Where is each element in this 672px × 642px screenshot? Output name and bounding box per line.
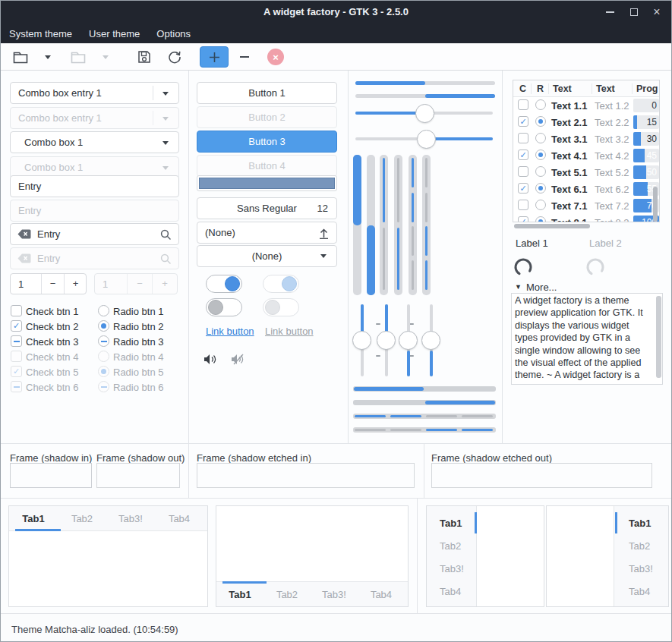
- row-checkbox[interactable]: [518, 166, 528, 177]
- search-icon[interactable]: [160, 229, 172, 241]
- row-radio[interactable]: [535, 216, 546, 222]
- radio-label[interactable]: Radio btn 1: [113, 306, 164, 317]
- column-header-text1[interactable]: Text: [553, 83, 572, 94]
- tab-tab3[interactable]: Tab3!: [427, 557, 476, 580]
- column-header-c[interactable]: C: [519, 83, 526, 94]
- tab-tab4[interactable]: Tab4: [155, 506, 203, 530]
- tab-tab1[interactable]: Tab1: [614, 511, 668, 534]
- remove-button[interactable]: [236, 43, 253, 71]
- tab-tab1[interactable]: Tab1: [216, 582, 263, 606]
- check-label[interactable]: Check btn 2: [26, 321, 78, 332]
- entry-field-disabled[interactable]: [10, 200, 179, 222]
- combo-box-entry[interactable]: Combo box entry 1: [10, 82, 179, 104]
- column-header-progress[interactable]: Prog: [636, 83, 658, 94]
- button-1[interactable]: Button 1: [197, 82, 337, 104]
- spin-plus-button[interactable]: +: [65, 278, 87, 289]
- row-checkbox[interactable]: ✓: [518, 116, 528, 127]
- tab-tab1[interactable]: Tab1: [427, 511, 476, 534]
- combo-box[interactable]: Combo box 1: [10, 131, 179, 153]
- tab-tab2[interactable]: Tab2: [58, 506, 106, 530]
- search-entry[interactable]: Entry: [10, 223, 179, 245]
- menu-options[interactable]: Options: [148, 25, 199, 42]
- table-row[interactable]: Text 5.1Text 5.2 50: [513, 164, 659, 181]
- font-button[interactable]: Sans Regular 12: [197, 197, 337, 219]
- row-checkbox[interactable]: [518, 99, 528, 110]
- row-checkbox[interactable]: ✓: [518, 183, 528, 194]
- clear-icon[interactable]: [17, 229, 31, 239]
- row-radio[interactable]: [535, 200, 546, 210]
- checkbox-checked[interactable]: ✓: [11, 320, 22, 332]
- folder-button-disabled[interactable]: [68, 43, 89, 71]
- check-label[interactable]: Check btn 3: [26, 336, 78, 348]
- button-3-suggested[interactable]: Button 3: [197, 131, 337, 153]
- hscale-knob[interactable]: [417, 130, 436, 149]
- row-radio[interactable]: [535, 133, 546, 143]
- vscale-knob[interactable]: [377, 331, 396, 350]
- tab-tab3[interactable]: Tab3!: [614, 557, 668, 580]
- row-checkbox[interactable]: [518, 200, 528, 210]
- menu-system-theme[interactable]: System theme: [1, 25, 80, 42]
- row-radio[interactable]: [535, 99, 546, 110]
- row-radio[interactable]: [535, 149, 546, 160]
- spin-minus-button[interactable]: −: [42, 278, 64, 289]
- column-header-text2[interactable]: Text: [596, 83, 615, 94]
- radio-selected[interactable]: [98, 320, 109, 332]
- maximize-button[interactable]: [624, 1, 644, 24]
- table-row[interactable]: ✓ Text 8.1Text 8.2 100: [513, 214, 659, 222]
- row-checkbox[interactable]: ✓: [518, 216, 528, 222]
- table-row[interactable]: ✓ Text 2.1Text 2.2 15: [513, 114, 659, 131]
- titlebar[interactable]: A widget factory - GTK 3 - 2.5.0 ×: [1, 1, 671, 24]
- table-row[interactable]: ✓ Text 6.1Text 6.2 55: [513, 181, 659, 197]
- radio-indeterminate[interactable]: [98, 335, 109, 347]
- minimize-button[interactable]: [600, 1, 620, 24]
- radio-label[interactable]: Radio btn 2: [113, 321, 164, 332]
- spin-button-disabled[interactable]: 1 − +: [94, 273, 178, 294]
- delete-button-disabled[interactable]: ×: [265, 43, 286, 71]
- tab-tab2[interactable]: Tab2: [263, 582, 311, 606]
- entry-field[interactable]: [10, 175, 179, 197]
- row-radio[interactable]: [535, 166, 546, 177]
- combo-none[interactable]: (None): [197, 245, 337, 267]
- table-row[interactable]: Text 3.1Text 3.2 30: [513, 131, 659, 147]
- expander-arrow-icon[interactable]: ▼: [515, 283, 522, 291]
- add-button[interactable]: [200, 46, 229, 68]
- expander-label[interactable]: More...: [526, 282, 557, 293]
- tab-tab4[interactable]: Tab4: [614, 580, 668, 603]
- row-checkbox[interactable]: [518, 133, 528, 143]
- spin-button[interactable]: 1 − +: [10, 273, 87, 294]
- checkbox-indeterminate[interactable]: [11, 335, 22, 347]
- check-label[interactable]: Check btn 1: [26, 306, 78, 317]
- table-row[interactable]: Text 7.1Text 7.2 70: [513, 197, 659, 214]
- tab-tab2[interactable]: Tab2: [427, 534, 476, 557]
- textview[interactable]: A widget factory is a theme preview appl…: [511, 293, 663, 385]
- close-button[interactable]: ×: [647, 1, 667, 24]
- tab-tab2[interactable]: Tab2: [614, 534, 668, 557]
- file-chooser-button[interactable]: (None): [197, 222, 337, 244]
- volume-icon[interactable]: [203, 353, 218, 366]
- open-button[interactable]: [10, 43, 31, 71]
- column-header-r[interactable]: R: [537, 83, 544, 94]
- vscale-knob[interactable]: [399, 331, 418, 350]
- menu-user-theme[interactable]: User theme: [80, 25, 148, 42]
- table-row[interactable]: Text 1.1Text 1.2 0: [513, 97, 659, 114]
- treeview[interactable]: C R Text Text Prog Text 1.1Text 1.2 0 ✓ …: [513, 80, 660, 222]
- tab-tab3[interactable]: Tab3!: [106, 506, 155, 530]
- link-button[interactable]: Link button: [206, 326, 254, 337]
- radio-label[interactable]: Radio btn 3: [113, 336, 164, 348]
- tree-header[interactable]: C R Text Text Prog: [513, 80, 659, 97]
- vertical-scrollbar[interactable]: [653, 187, 658, 222]
- vscale-knob[interactable]: [352, 331, 371, 350]
- save-button[interactable]: [134, 43, 154, 71]
- combo-box-entry-disabled[interactable]: Combo box entry 1: [10, 107, 179, 129]
- textview-scrollbar[interactable]: [656, 296, 661, 378]
- row-checkbox[interactable]: ✓: [518, 149, 528, 160]
- tab-tab1[interactable]: Tab1: [9, 506, 58, 530]
- switch-off[interactable]: [206, 298, 242, 316]
- open-dropdown-button[interactable]: [40, 43, 55, 71]
- tab-tab3[interactable]: Tab3!: [311, 582, 358, 606]
- tab-tab4[interactable]: Tab4: [427, 580, 476, 603]
- tab-tab4[interactable]: Tab4: [358, 582, 405, 606]
- switch-on[interactable]: [206, 275, 242, 293]
- radio-unselected[interactable]: [98, 305, 109, 316]
- hscale-knob[interactable]: [415, 104, 434, 123]
